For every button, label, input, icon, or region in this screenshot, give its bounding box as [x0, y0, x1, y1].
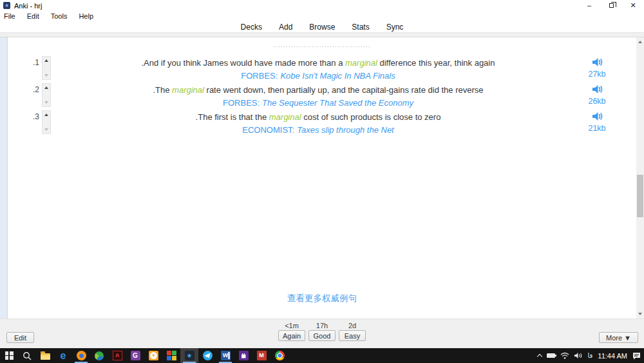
chrome-icon — [275, 351, 285, 360]
tray-expand-icon[interactable] — [536, 354, 542, 359]
action-center-icon[interactable] — [632, 352, 641, 360]
left-gutter — [0, 37, 8, 319]
edit-button[interactable]: Edit — [6, 332, 34, 343]
m-app-button[interactable]: M — [252, 348, 270, 363]
item-3-audio: 21kb — [573, 110, 636, 137]
item-spinner[interactable] — [42, 110, 51, 134]
audio-icon[interactable] — [592, 57, 603, 68]
globe-app-button[interactable] — [90, 348, 108, 363]
menu-edit[interactable]: Edit — [27, 12, 46, 20]
start-button[interactable] — [0, 348, 18, 363]
minimize-button[interactable]: – — [578, 0, 600, 11]
close-button[interactable]: ✕ — [622, 0, 644, 11]
sentence-prefix: .The first is that the — [196, 112, 269, 122]
file-explorer-button[interactable] — [36, 348, 54, 363]
system-tray: فا 11:44 AM — [538, 352, 644, 360]
item-2-left: .2 — [8, 83, 63, 110]
battery-icon[interactable] — [547, 353, 555, 358]
anki-app-icon: ★ — [3, 2, 10, 9]
source-line[interactable]: FORBES:Kobe Isn't Magic In NBA Finals — [63, 70, 573, 82]
spinner-up-icon[interactable] — [44, 59, 48, 62]
search-icon — [23, 351, 32, 360]
audio-size: 21kb — [588, 124, 605, 133]
audio-icon[interactable] — [592, 112, 603, 122]
vertical-scrollbar[interactable] — [636, 37, 644, 319]
item-spinner[interactable] — [42, 83, 51, 107]
telegram-icon — [203, 351, 213, 360]
purple-app-button[interactable] — [234, 348, 252, 363]
menu-bar: File Edit Tools Help — [0, 11, 644, 21]
language-indicator[interactable]: فا — [588, 352, 593, 359]
ease-button-group: <1m 17h 2d Again Good Easy — [278, 322, 366, 341]
toolbar-browse[interactable]: Browse — [309, 23, 335, 32]
item-index: .3 — [30, 112, 39, 121]
spinner-down-icon[interactable] — [44, 74, 48, 77]
main-toolbar: Decks Add Browse Stats Sync — [0, 21, 644, 33]
acrobat-button[interactable]: A — [108, 348, 126, 363]
anki-taskbar-button[interactable]: ★ — [180, 348, 198, 363]
menu-tools[interactable]: Tools — [51, 12, 74, 20]
g-app-button[interactable]: G — [126, 348, 144, 363]
example-item-1: .1 .And if you think James would have ma… — [8, 56, 636, 83]
scrollbar-thumb[interactable] — [637, 175, 643, 217]
item-spinner[interactable] — [42, 56, 51, 80]
window-title: Anki - hrj — [14, 2, 42, 10]
toolbar-sync[interactable]: Sync — [386, 23, 404, 32]
spinner-up-icon[interactable] — [44, 86, 48, 89]
toolbar-add[interactable]: Add — [279, 23, 292, 32]
windows-logo-icon — [5, 351, 14, 360]
source-line[interactable]: ECONOMIST:Taxes slip through the Net — [63, 124, 573, 136]
chrome-button[interactable] — [270, 348, 289, 363]
edge-icon: e — [61, 351, 66, 361]
grid-app-button[interactable] — [162, 348, 180, 363]
wifi-icon[interactable] — [560, 352, 569, 359]
sentence-suffix: rate went down, then partially up, and t… — [204, 85, 484, 95]
source-title: Taxes slip through the Net — [297, 125, 394, 135]
scroll-up-icon — [638, 41, 642, 43]
spinner-down-icon[interactable] — [44, 128, 48, 131]
windows-taskbar: e A G ★ W M فا 11:44 AM — [0, 348, 644, 363]
easy-button[interactable]: Easy — [339, 330, 366, 341]
scroll-down-icon — [638, 313, 642, 315]
keyword: marginal — [172, 85, 204, 95]
telegram-button[interactable] — [198, 348, 216, 363]
audio-size: 27kb — [588, 70, 605, 79]
player-app-button[interactable] — [144, 348, 162, 363]
scroll-down-button[interactable] — [636, 309, 644, 319]
scroll-up-button[interactable] — [636, 37, 644, 46]
card-area: ...................................... .… — [0, 37, 644, 319]
more-button[interactable]: More ▼ — [599, 332, 638, 343]
word-button[interactable]: W — [216, 348, 234, 363]
edge-button[interactable]: e — [54, 348, 72, 363]
more-examples-link[interactable]: 查看更多权威例句 — [8, 293, 636, 304]
restore-button[interactable] — [600, 0, 622, 11]
example-sentence: .And if you think James would have made … — [63, 57, 573, 70]
item-2-text: .The marginal rate went down, then parti… — [63, 83, 573, 110]
card-content: ...................................... .… — [8, 37, 636, 319]
source-line[interactable]: FORBES:The Sequester That Saved the Econ… — [63, 97, 573, 109]
volume-icon[interactable] — [574, 352, 583, 359]
good-button[interactable]: Good — [308, 330, 336, 341]
card-spacer — [8, 137, 636, 293]
taskbar-search-button[interactable] — [18, 348, 36, 363]
scrollbar-track[interactable] — [636, 46, 644, 309]
menu-help[interactable]: Help — [79, 12, 100, 20]
firefox-button[interactable] — [72, 348, 90, 363]
play-icon — [149, 351, 158, 360]
example-sentence: .The marginal rate went down, then parti… — [63, 84, 573, 97]
spinner-up-icon[interactable] — [44, 113, 48, 116]
clock[interactable]: 11:44 AM — [598, 352, 627, 360]
source-label: FORBES: — [223, 98, 260, 108]
item-1-left: .1 — [8, 56, 63, 83]
again-button[interactable]: Again — [278, 330, 305, 341]
anki-star-icon: ★ — [185, 351, 194, 360]
sentence-prefix: .And if you think James would have made … — [142, 58, 346, 68]
menu-file[interactable]: File — [4, 12, 22, 20]
audio-icon[interactable] — [592, 84, 603, 95]
toolbar-decks[interactable]: Decks — [241, 23, 262, 32]
spinner-down-icon[interactable] — [44, 101, 48, 104]
audio-size: 26kb — [588, 97, 605, 106]
keyword: marginal — [269, 112, 301, 122]
purple-app-icon — [239, 351, 249, 360]
toolbar-stats[interactable]: Stats — [352, 23, 369, 32]
